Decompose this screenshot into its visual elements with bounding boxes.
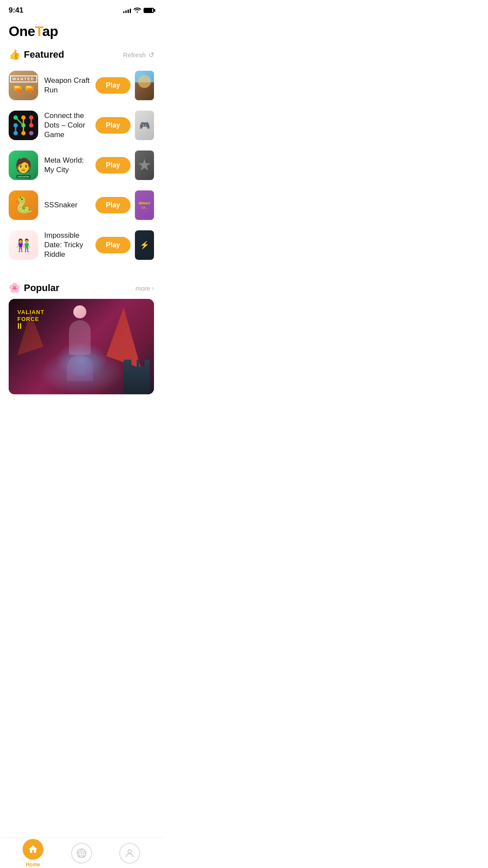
game-name-connect-dots: Connect the Dots – Color Game <box>44 111 91 140</box>
wifi-icon <box>134 7 141 14</box>
featured-section-header: 👍 Featured Refresh ↺ <box>0 41 163 66</box>
play-button-weapon-craft-run[interactable]: Play <box>95 77 131 94</box>
play-button-connect-dots[interactable]: Play <box>95 117 131 134</box>
battery-icon <box>144 8 154 13</box>
popular-icon: 🌸 <box>9 282 20 294</box>
featured-icon: 👍 <box>9 49 20 60</box>
app-title-ap: ap <box>42 23 58 39</box>
popular-title-group: 🌸 Popular <box>9 282 59 294</box>
play-button-impossible-date[interactable]: Play <box>95 237 131 253</box>
popular-title: Popular <box>24 282 59 294</box>
chevron-right-icon: › <box>152 285 154 292</box>
section-separator <box>0 265 163 274</box>
play-button-sssnaker[interactable]: Play <box>95 197 131 213</box>
svg-point-8 <box>29 131 33 135</box>
app-title-one: One <box>9 23 35 39</box>
game-icon-impossible-date: 👫 <box>9 230 38 260</box>
more-button[interactable]: more › <box>135 285 154 292</box>
list-item: WANTED 🔫🔫 Weapon Craft Run Play <box>9 66 163 105</box>
game-icon-sssnaker: 🐍 <box>9 190 38 220</box>
status-bar: 9:41 <box>0 0 163 19</box>
banner-background: VALIANT FORCE II <box>9 299 154 394</box>
play-button-meta-world[interactable]: Play <box>95 157 131 174</box>
status-time: 9:41 <box>9 6 23 15</box>
game-icon-connect-dots <box>9 111 38 140</box>
preview-thumb-meta-world <box>135 151 154 180</box>
preview-thumb-connect-dots: 🎮 <box>135 111 154 140</box>
list-item: Connect the Dots – Color Game Play 🎮 <box>9 105 163 145</box>
popular-section-header: 🌸 Popular more › <box>0 274 163 299</box>
preview-thumb-sssnaker: BINGO CA... <box>135 190 154 220</box>
featured-title-group: 👍 Featured <box>9 49 64 60</box>
list-item: 🧑 netmarble Meta World: My City Play <box>9 145 163 185</box>
game-name-meta-world: Meta World: My City <box>44 156 91 175</box>
signal-icon <box>123 8 131 13</box>
game-name-impossible-date: Impossible Date: Tricky Riddle <box>44 231 91 259</box>
featured-game-list: WANTED 🔫🔫 Weapon Craft Run Play <box>0 66 163 265</box>
banner-logo: VALIANT FORCE II <box>17 308 44 331</box>
app-title: OneTap <box>0 19 163 41</box>
featured-title: Featured <box>24 49 64 60</box>
game-icon-meta-world: 🧑 netmarble <box>9 151 38 180</box>
list-item: 🐍 SSSnaker Play BINGO CA... <box>9 185 163 225</box>
preview-thumb-weapon-craft-run <box>135 71 154 100</box>
app-title-t: T <box>35 23 43 39</box>
refresh-label: Refresh <box>123 51 146 59</box>
preview-thumb-impossible-date: ⚡ <box>135 230 154 260</box>
status-icons <box>123 7 154 14</box>
refresh-icon: ↺ <box>148 51 154 59</box>
game-icon-weapon-craft-run: WANTED 🔫🔫 <box>9 71 38 100</box>
more-label: more <box>135 285 150 292</box>
popular-banner[interactable]: VALIANT FORCE II <box>9 299 154 394</box>
list-item: 👫 Impossible Date: Tricky Riddle Play ⚡ <box>9 225 163 265</box>
refresh-button[interactable]: Refresh ↺ <box>123 51 154 59</box>
game-name-sssnaker: SSSnaker <box>44 200 91 210</box>
game-name-weapon-craft-run: Weapon Craft Run <box>44 76 91 95</box>
